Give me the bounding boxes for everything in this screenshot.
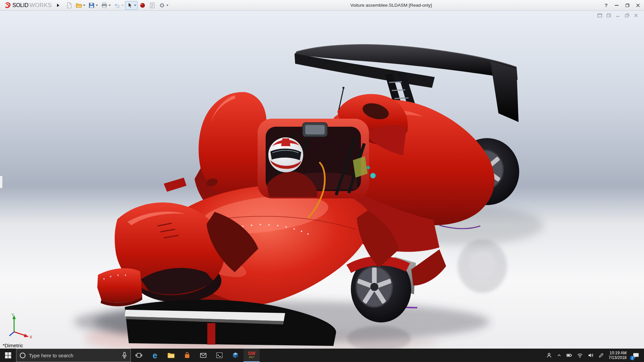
brand-text-primary: SOLID	[12, 2, 29, 8]
document-title: Voiture assemblee.SLDASM [Read-only]	[350, 0, 432, 10]
help-button[interactable]: ?	[601, 0, 611, 10]
brand-text-secondary: WORKS	[30, 2, 52, 9]
appearance-button[interactable]	[138, 1, 147, 10]
3d-cube-icon	[231, 351, 239, 359]
title-bar: SOLIDWORKS	[0, 0, 644, 11]
options-button[interactable]	[157, 1, 170, 10]
search-input[interactable]	[29, 353, 118, 358]
teal-detail	[370, 173, 376, 178]
task-view-icon	[135, 351, 143, 359]
solidworks-logo: SOLIDWORKS	[1, 2, 54, 9]
file-properties-icon	[149, 2, 156, 9]
toolbar-flyout-button[interactable]	[55, 1, 61, 9]
open-folder-icon	[75, 2, 82, 9]
clock-date: 7/13/2018	[609, 355, 627, 360]
close-icon	[636, 3, 640, 7]
windows-taskbar: e	[0, 349, 644, 362]
start-button[interactable]	[0, 349, 16, 362]
file-explorer-button[interactable]	[163, 349, 179, 362]
new-document-button[interactable]	[64, 1, 74, 10]
minimize-button[interactable]	[611, 0, 622, 10]
appearance-sphere-icon	[139, 2, 146, 9]
edge-button[interactable]: e	[147, 349, 163, 362]
undo-button[interactable]	[112, 1, 125, 10]
windows-logo-icon	[4, 352, 12, 359]
battery-button[interactable]	[564, 349, 575, 362]
battery-icon	[566, 353, 572, 358]
chevron-up-icon	[557, 353, 561, 358]
store-bag-icon	[183, 351, 191, 359]
feature-manager-handle[interactable]	[0, 176, 3, 188]
new-document-icon	[66, 2, 72, 9]
open-button[interactable]	[74, 1, 87, 10]
mail-button[interactable]	[195, 349, 211, 362]
close-button[interactable]	[633, 0, 643, 10]
3d-model-race-car[interactable]	[0, 11, 644, 349]
restore-icon	[626, 4, 629, 7]
dropdown-caret-icon	[134, 5, 136, 6]
clock-time: 10:19 AM	[609, 351, 627, 355]
notification-badge: 2	[630, 356, 635, 360]
doc-minimize-button[interactable]	[615, 13, 621, 18]
file-properties-button[interactable]	[148, 1, 157, 10]
people-icon	[546, 352, 552, 358]
doc-close-button[interactable]	[633, 13, 639, 18]
volume-button[interactable]	[585, 349, 596, 362]
people-button[interactable]	[544, 349, 554, 362]
dropdown-caret-icon	[166, 5, 168, 6]
undo-icon	[114, 2, 120, 9]
taskbar-apps: e	[131, 349, 260, 362]
store-button[interactable]	[179, 349, 195, 362]
dropdown-caret-icon	[83, 5, 85, 6]
triad-y-label: Y	[11, 313, 14, 317]
desktop: SOLIDWORKS	[0, 0, 644, 362]
select-tool-button[interactable]	[125, 1, 138, 10]
task-view-button[interactable]	[131, 349, 147, 362]
edge-icon: e	[153, 351, 157, 359]
system-tray: 10:19 AM 7/13/2018 2	[544, 349, 644, 362]
network-button[interactable]	[575, 349, 585, 362]
microphone-icon[interactable]	[122, 352, 127, 359]
solidworks-app-icon: SW 2017	[248, 352, 256, 359]
select-cursor-icon	[126, 2, 133, 9]
options-gear-icon	[159, 2, 165, 9]
save-button[interactable]	[87, 1, 99, 10]
minimize-icon	[615, 5, 619, 6]
dropdown-caret-icon	[121, 5, 123, 6]
restore-button[interactable]	[622, 0, 633, 10]
taskbar-clock[interactable]: 10:19 AM 7/13/2018	[606, 351, 629, 360]
cad-viewer-button[interactable]	[227, 349, 244, 362]
pen-icon	[598, 353, 604, 358]
taskbar-search[interactable]	[16, 349, 131, 362]
quick-access-toolbar	[64, 1, 170, 10]
speaker-icon	[588, 353, 594, 358]
cortana-icon	[20, 353, 25, 358]
print-icon	[101, 2, 108, 9]
dropdown-caret-icon	[96, 5, 98, 6]
flyout-arrow-icon	[57, 4, 59, 7]
dropdown-caret-icon	[109, 5, 111, 6]
command-prompt-button[interactable]	[211, 349, 227, 362]
triad-x-label: X	[30, 335, 32, 339]
doc-restore-button[interactable]	[624, 13, 630, 18]
file-explorer-icon	[167, 351, 175, 359]
mail-icon	[199, 351, 207, 359]
left-lower-winglet[interactable]	[97, 268, 142, 306]
print-button[interactable]	[100, 1, 112, 10]
graphics-viewport[interactable]: Y X *Dimetric	[0, 11, 644, 349]
pen-button[interactable]	[596, 349, 606, 362]
save-icon	[88, 2, 95, 9]
action-center-button[interactable]: 2	[629, 349, 643, 362]
doc-window-button[interactable]	[597, 13, 602, 18]
command-prompt-icon	[215, 351, 223, 359]
hidden-icons-button[interactable]	[554, 349, 564, 362]
view-orientation-label: *Dimetric	[3, 343, 23, 348]
solidworks-taskbar-button[interactable]: SW 2017	[244, 349, 260, 362]
wifi-icon	[577, 353, 583, 358]
doc-new-window-button[interactable]	[606, 13, 611, 18]
orientation-triad: Y X	[7, 312, 34, 339]
dassault-systemes-icon	[4, 2, 11, 9]
document-window-controls	[597, 13, 639, 18]
